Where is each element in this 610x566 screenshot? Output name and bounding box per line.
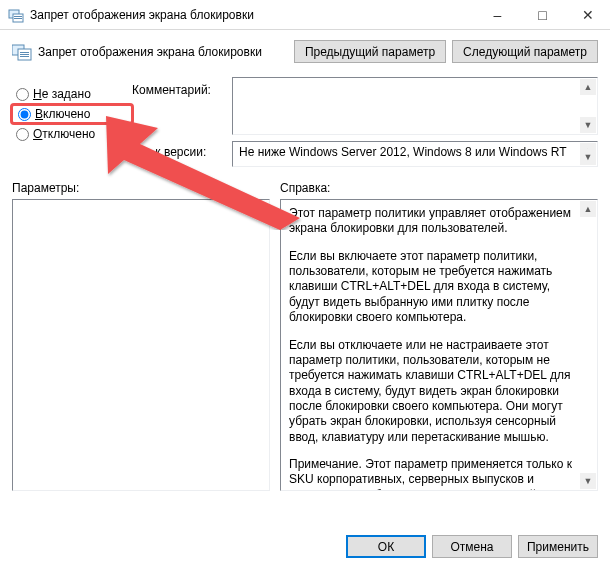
- ok-button[interactable]: ОК: [346, 535, 426, 558]
- scroll-down-icon[interactable]: ▼: [580, 149, 596, 165]
- previous-setting-button[interactable]: Предыдущий параметр: [294, 40, 446, 63]
- window-title: Запрет отображения экрана блокировки: [30, 8, 475, 22]
- radio-not-configured-input[interactable]: [16, 88, 29, 101]
- svg-rect-3: [14, 18, 22, 19]
- comment-textbox[interactable]: ▲ ▼: [232, 77, 598, 135]
- header-row: Запрет отображения экрана блокировки Пре…: [0, 30, 610, 77]
- cancel-button[interactable]: Отмена: [432, 535, 512, 558]
- dialog-buttons: ОК Отмена Применить: [346, 535, 598, 558]
- parameters-box: [12, 199, 270, 491]
- radio-disabled[interactable]: Отключено: [14, 123, 132, 145]
- svg-rect-7: [20, 54, 29, 55]
- comment-label: Комментарий:: [132, 77, 232, 97]
- help-paragraph: Этот параметр политики управляет отображ…: [289, 206, 577, 237]
- help-paragraph: Если вы включаете этот параметр политики…: [289, 249, 577, 326]
- radio-enabled-label: Включено: [35, 107, 90, 121]
- policy-title: Запрет отображения экрана блокировки: [38, 45, 288, 59]
- titlebar: Запрет отображения экрана блокировки – □…: [0, 0, 610, 30]
- help-label: Справка:: [280, 181, 598, 195]
- radio-disabled-label: Отключено: [33, 127, 95, 141]
- scroll-down-icon[interactable]: ▼: [580, 473, 596, 489]
- parameters-label: Параметры:: [12, 181, 280, 195]
- svg-rect-8: [20, 56, 29, 57]
- supported-on-textbox: Не ниже Windows Server 2012, Windows 8 и…: [232, 141, 598, 167]
- help-paragraph: Если вы отключаете или не настраиваете э…: [289, 338, 577, 446]
- state-radio-group: Не задано Включено Отключено: [14, 77, 132, 167]
- radio-not-configured-label: Не задано: [33, 87, 91, 101]
- scroll-down-icon[interactable]: ▼: [580, 117, 596, 133]
- supported-on-label: Тре к версии:: [132, 97, 232, 159]
- next-setting-button[interactable]: Следующий параметр: [452, 40, 598, 63]
- supported-on-value: Не ниже Windows Server 2012, Windows 8 и…: [239, 145, 567, 159]
- policy-icon: [12, 43, 32, 61]
- radio-disabled-input[interactable]: [16, 128, 29, 141]
- apply-button[interactable]: Применить: [518, 535, 598, 558]
- help-box: Этот параметр политики управляет отображ…: [280, 199, 598, 491]
- help-paragraph: Примечание. Этот параметр применяется то…: [289, 457, 577, 491]
- close-button[interactable]: ✕: [565, 0, 610, 30]
- policy-window-icon: [8, 7, 24, 23]
- svg-rect-6: [20, 52, 29, 53]
- minimize-button[interactable]: –: [475, 0, 520, 30]
- radio-not-configured[interactable]: Не задано: [14, 83, 132, 105]
- radio-enabled[interactable]: Включено: [10, 103, 134, 125]
- maximize-button[interactable]: □: [520, 0, 565, 30]
- radio-enabled-input[interactable]: [18, 108, 31, 121]
- scroll-up-icon[interactable]: ▲: [580, 201, 596, 217]
- svg-rect-2: [14, 16, 22, 17]
- scroll-up-icon[interactable]: ▲: [580, 79, 596, 95]
